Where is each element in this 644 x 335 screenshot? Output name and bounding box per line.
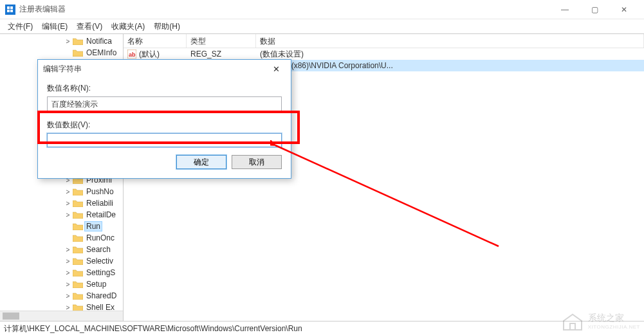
expand-icon[interactable]	[64, 235, 71, 242]
cell-data: (数值未设置)	[256, 49, 644, 60]
expand-icon[interactable]	[64, 223, 71, 230]
tree-item-setup[interactable]: >Setup	[64, 278, 123, 290]
tree-item-label: RetailDe	[85, 210, 117, 219]
ok-button[interactable]: 确定	[176, 155, 226, 169]
tree-item-label: RunOnc	[85, 233, 116, 242]
folder-icon	[73, 188, 83, 195]
tree-item-label: Setup	[85, 280, 107, 289]
maximize-button[interactable]: ▢	[580, 0, 609, 19]
tree-item-label: PushNo	[85, 187, 115, 196]
minimize-button[interactable]: —	[550, 0, 580, 19]
tree-item-label: Reliabili	[85, 199, 115, 208]
tree-horizontal-scrollbar[interactable]	[0, 311, 123, 321]
tree-item-oeminfo[interactable]: OEMInfo	[64, 47, 123, 59]
expand-icon[interactable]	[64, 50, 71, 57]
svg-rect-0	[7, 6, 10, 9]
tree-item-label: Notifica	[85, 37, 113, 46]
dialog-title-bar[interactable]: 编辑字符串 ✕	[38, 60, 291, 78]
folder-icon	[73, 269, 83, 276]
column-data[interactable]: 数据	[256, 34, 644, 48]
close-button[interactable]: ✕	[609, 0, 639, 19]
title-bar: 注册表编辑器 — ▢ ✕	[0, 0, 644, 19]
tree-item-label: OEMInfo	[85, 48, 118, 57]
expand-icon[interactable]: >	[64, 269, 71, 276]
app-icon	[5, 5, 15, 15]
string-value-icon	[127, 50, 136, 59]
tree-item-selectiv[interactable]: >Selectiv	[64, 255, 123, 267]
expand-icon[interactable]: >	[64, 38, 71, 45]
value-data-input[interactable]	[47, 133, 282, 147]
column-type[interactable]: 类型	[187, 34, 256, 48]
tree-item-label: Run	[85, 222, 102, 231]
folder-icon	[73, 37, 83, 45]
expand-icon[interactable]: >	[64, 246, 71, 253]
folder-icon	[73, 280, 83, 288]
scrollbar-thumb[interactable]	[3, 312, 19, 320]
dialog-close-button[interactable]: ✕	[266, 62, 286, 76]
tree-item-runonc[interactable]: RunOnc	[64, 232, 123, 244]
value-data-label: 数值数据(V):	[47, 120, 282, 131]
cell-data: am Files (x86)\NVIDIA Corporation\U...	[256, 61, 644, 70]
folder-icon	[73, 211, 83, 219]
folder-icon	[73, 222, 83, 230]
folder-icon	[73, 292, 83, 300]
list-row[interactable]: (默认)REG_SZ(数值未设置)	[124, 48, 644, 60]
tree-item-notifica[interactable]: >Notifica	[64, 35, 123, 47]
folder-icon	[73, 234, 83, 242]
expand-icon[interactable]: >	[64, 188, 71, 195]
folder-icon	[73, 257, 83, 265]
folder-icon	[73, 246, 83, 253]
value-name-input[interactable]	[47, 96, 282, 112]
tree-item-retailde[interactable]: >RetailDe	[64, 209, 123, 221]
status-bar: 计算机\HKEY_LOCAL_MACHINE\SOFTWARE\Microsof…	[0, 321, 644, 335]
menu-edit[interactable]: 编辑(E)	[38, 20, 71, 33]
tree-item-label: SharedD	[85, 291, 118, 300]
tree-item-pushno[interactable]: >PushNo	[64, 186, 123, 197]
tree-item-sharedd[interactable]: >SharedD	[64, 290, 123, 302]
window-controls: — ▢ ✕	[550, 0, 639, 19]
value-name-label: 数值名称(N):	[47, 83, 282, 94]
cell-type: REG_SZ	[187, 50, 256, 59]
tree-item-label: Search	[85, 245, 112, 254]
list-header: 名称 类型 数据	[124, 34, 644, 48]
svg-rect-2	[7, 10, 10, 12]
folder-icon	[73, 199, 83, 207]
cell-name: (默认)	[124, 49, 187, 60]
tree-item-label: Selectiv	[85, 257, 115, 266]
svg-rect-1	[10, 6, 13, 9]
expand-icon[interactable]: >	[64, 304, 71, 311]
cancel-button[interactable]: 取消	[232, 155, 282, 169]
window-title: 注册表编辑器	[19, 4, 66, 15]
column-name[interactable]: 名称	[124, 34, 187, 48]
menu-bar: 文件(F) 编辑(E) 查看(V) 收藏夹(A) 帮助(H)	[0, 19, 644, 33]
tree-item-label: SettingS	[85, 268, 116, 277]
menu-view[interactable]: 查看(V)	[73, 20, 106, 33]
dialog-title: 编辑字符串	[43, 64, 82, 75]
folder-icon	[73, 49, 83, 57]
tree-item-settings[interactable]: >SettingS	[64, 267, 123, 278]
menu-file[interactable]: 文件(F)	[4, 20, 37, 33]
menu-help[interactable]: 帮助(H)	[150, 20, 184, 33]
expand-icon[interactable]: >	[64, 258, 71, 265]
svg-rect-3	[10, 10, 13, 12]
tree-item-reliabili[interactable]: >Reliabili	[64, 197, 123, 209]
edit-string-dialog: 编辑字符串 ✕ 数值名称(N): 数值数据(V): 确定 取消	[37, 59, 291, 179]
menu-favorites[interactable]: 收藏夹(A)	[107, 20, 149, 33]
expand-icon[interactable]: >	[64, 212, 71, 219]
expand-icon[interactable]: >	[64, 200, 71, 207]
tree-item-run[interactable]: Run	[64, 221, 123, 232]
expand-icon[interactable]: >	[64, 293, 71, 300]
tree-item-search[interactable]: >Search	[64, 244, 123, 255]
expand-icon[interactable]: >	[64, 281, 71, 288]
